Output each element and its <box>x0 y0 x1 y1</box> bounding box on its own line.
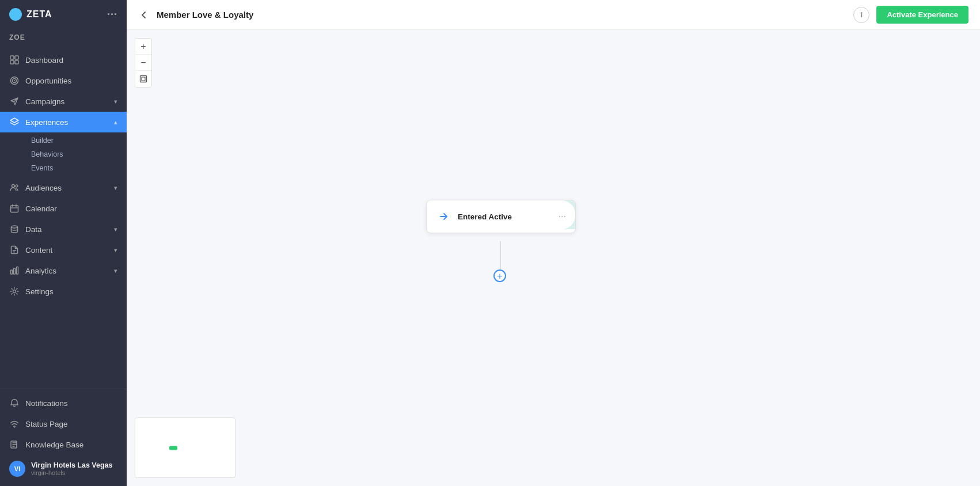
svg-point-14 <box>13 290 16 293</box>
sidebar-item-notifications-label: Notifications <box>25 399 117 408</box>
sidebar-subitem-events[interactable]: Events <box>25 161 127 175</box>
sidebar-item-campaigns-label: Campaigns <box>25 97 108 106</box>
sidebar-item-dashboard-label: Dashboard <box>25 56 117 64</box>
svg-point-8 <box>16 185 18 187</box>
sidebar-item-notifications[interactable]: Notifications <box>0 393 127 413</box>
experiences-chevron-icon: ▴ <box>114 119 117 126</box>
fit-button[interactable] <box>135 71 151 87</box>
sidebar-item-dashboard[interactable]: Dashboard <box>0 50 127 70</box>
analytics-chevron-icon: ▾ <box>114 267 117 275</box>
sidebar-item-content[interactable]: Content ▾ <box>0 240 127 260</box>
sidebar-item-opportunities[interactable]: Opportunities <box>0 70 127 91</box>
sidebar-item-calendar-label: Calendar <box>25 204 117 213</box>
sidebar-item-knowledge-base-label: Knowledge Base <box>25 441 117 449</box>
page-title: Member Love & Loyalty <box>157 10 253 20</box>
back-button[interactable] <box>138 9 150 21</box>
sidebar-item-experiences-label: Experiences <box>25 118 108 127</box>
info-button[interactable]: i <box>853 7 869 23</box>
sidebar-item-data[interactable]: Data ▾ <box>0 219 127 240</box>
file-icon <box>9 245 20 255</box>
topbar-right: i Activate Experience <box>853 6 968 24</box>
user-profile[interactable]: VI Virgin Hotels Las Vegas virgin-hotels <box>0 455 127 483</box>
canvas-controls: + − <box>135 38 152 88</box>
experiences-sub-menu: Builder Behaviors Events <box>0 132 127 177</box>
sidebar-item-experiences[interactable]: Experiences ▴ <box>0 112 127 132</box>
sidebar-item-data-label: Data <box>25 225 108 234</box>
sidebar-item-analytics-label: Analytics <box>25 267 108 275</box>
enter-active-icon <box>436 208 452 225</box>
minimap <box>135 417 235 478</box>
logo-text: ZETA <box>26 9 52 20</box>
content-chevron-icon: ▾ <box>114 246 117 254</box>
data-chevron-icon: ▾ <box>114 226 117 233</box>
sidebar-logo: ZETA ··· <box>0 0 127 29</box>
sidebar-nav: Dashboard Opportunities Campaigns ▾ <box>0 46 127 389</box>
book-icon <box>9 439 20 450</box>
audiences-chevron-icon: ▾ <box>114 184 117 192</box>
connector-line <box>500 241 501 271</box>
send-icon <box>9 96 20 107</box>
svg-rect-12 <box>14 268 16 274</box>
bell-icon <box>9 398 20 408</box>
sidebar-item-knowledge-base[interactable]: Knowledge Base <box>0 434 127 455</box>
canvas-area: + − Entered Active · <box>127 30 980 486</box>
grid-icon <box>9 55 20 65</box>
zoom-in-button[interactable]: + <box>135 39 151 55</box>
sidebar-item-opportunities-label: Opportunities <box>25 77 117 85</box>
svg-point-7 <box>12 185 15 188</box>
topbar-left: Member Love & Loyalty <box>138 9 253 21</box>
layers-icon <box>9 117 20 127</box>
svg-rect-2 <box>10 60 14 64</box>
node-options-button[interactable]: ··· <box>559 211 566 222</box>
node-label: Entered Active <box>458 212 512 221</box>
svg-point-15 <box>14 427 15 428</box>
activate-experience-button[interactable]: Activate Experience <box>876 6 968 24</box>
svg-rect-3 <box>15 60 18 64</box>
sidebar-item-status-page[interactable]: Status Page <box>0 413 127 434</box>
svg-rect-9 <box>11 206 18 212</box>
canvas-node-entered-active[interactable]: Entered Active ··· <box>426 200 576 233</box>
user-avatar: VI <box>9 461 25 477</box>
calendar-icon <box>9 203 20 214</box>
campaigns-chevron-icon: ▾ <box>114 98 117 105</box>
sidebar-item-audiences-label: Audiences <box>25 184 108 192</box>
svg-rect-16 <box>140 76 147 82</box>
users-icon <box>9 183 20 193</box>
sidebar: ZETA ··· ZOE Dashboard <box>0 0 127 486</box>
sidebar-item-status-page-label: Status Page <box>25 420 117 428</box>
database-icon <box>9 224 20 234</box>
topbar: Member Love & Loyalty i Activate Experie… <box>127 0 980 30</box>
svg-rect-0 <box>10 56 14 59</box>
sidebar-item-calendar[interactable]: Calendar <box>0 198 127 219</box>
zoe-label: ZOE <box>0 29 127 46</box>
wifi-icon <box>9 419 20 429</box>
svg-rect-17 <box>142 77 145 81</box>
sidebar-subitem-builder[interactable]: Builder <box>25 134 127 147</box>
zoom-out-button[interactable]: − <box>135 55 151 71</box>
svg-rect-11 <box>11 270 13 274</box>
minimap-node-indicator <box>169 446 177 450</box>
svg-point-6 <box>14 80 15 81</box>
sidebar-item-settings[interactable]: Settings <box>0 281 127 302</box>
settings-icon <box>9 286 20 297</box>
user-name: Virgin Hotels Las Vegas <box>31 461 113 469</box>
node-left: Entered Active <box>436 208 512 225</box>
main-content: Member Love & Loyalty i Activate Experie… <box>127 0 980 486</box>
sidebar-item-settings-label: Settings <box>25 287 117 296</box>
sidebar-item-content-label: Content <box>25 246 108 255</box>
sidebar-item-campaigns[interactable]: Campaigns ▾ <box>0 91 127 112</box>
sidebar-item-analytics[interactable]: Analytics ▾ <box>0 260 127 281</box>
sidebar-item-audiences[interactable]: Audiences ▾ <box>0 177 127 198</box>
user-sub: virgin-hotels <box>31 469 113 476</box>
add-node-button[interactable]: + <box>493 269 506 282</box>
svg-point-10 <box>12 226 18 228</box>
sidebar-subitem-behaviors[interactable]: Behaviors <box>25 147 127 161</box>
sidebar-bottom: Notifications Status Page K <box>0 389 127 486</box>
user-info: Virgin Hotels Las Vegas virgin-hotels <box>31 461 113 476</box>
svg-rect-13 <box>17 267 18 275</box>
sidebar-menu-button[interactable]: ··· <box>107 9 117 21</box>
svg-rect-1 <box>15 56 18 59</box>
bar-chart-icon <box>9 265 20 276</box>
target-icon <box>9 75 20 86</box>
logo-icon <box>9 8 22 21</box>
